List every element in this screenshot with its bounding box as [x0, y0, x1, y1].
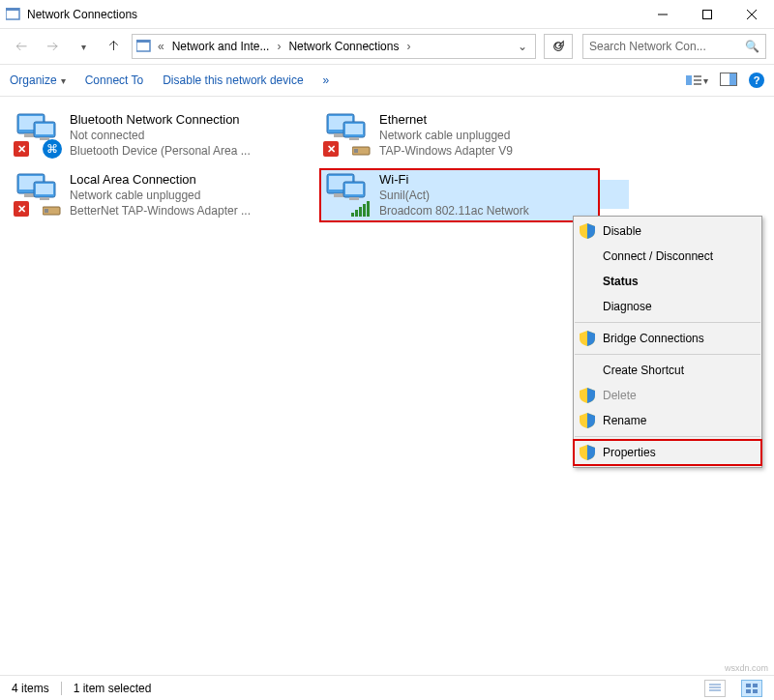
connection-name: Ethernet [379, 112, 513, 128]
selection-count: 1 item selected [74, 682, 152, 695]
connection-status: Network cable unplugged [70, 188, 251, 203]
ctx-delete: Delete [574, 383, 761, 408]
svg-rect-11 [703, 10, 712, 18]
refresh-icon [551, 40, 565, 53]
connection-device: BetterNet TAP-Windows Adapter ... [70, 203, 251, 219]
disconnected-icon: ✕ [14, 141, 29, 157]
connection-device: TAP-Windows Adapter V9 [379, 143, 513, 159]
connection-status: Network cable unplugged [379, 128, 513, 143]
title-bar: Network Connections [0, 0, 774, 29]
ctx-rename[interactable]: Rename [574, 408, 761, 433]
selection-extension [600, 180, 629, 209]
connection-icon [323, 172, 372, 219]
search-box[interactable]: Search Network Con... 🔍 [582, 34, 766, 59]
nic-icon [43, 203, 62, 217]
preview-pane-button[interactable] [720, 73, 737, 89]
maximize-button[interactable] [685, 0, 729, 29]
connection-item-bluetooth[interactable]: ✕ ⌘ Bluetooth Network Connection Not con… [10, 108, 310, 162]
connection-item-wifi[interactable]: Wi-Fi Sunil(Act) Broadcom 802.11ac Netwo… [319, 168, 600, 222]
ctx-diagnose[interactable]: Diagnose [574, 294, 761, 319]
tiles-view-button[interactable] [741, 680, 762, 697]
shield-icon [580, 388, 595, 403]
ctx-disable[interactable]: Disable [574, 219, 761, 244]
refresh-button[interactable] [544, 34, 573, 59]
connection-status: Sunil(Act) [379, 188, 529, 203]
nic-icon [352, 143, 372, 157]
context-menu: Disable Connect / Disconnect Status Diag… [573, 216, 762, 468]
svg-rect-17 [694, 83, 701, 85]
svg-rect-15 [694, 75, 701, 77]
svg-rect-14 [686, 75, 692, 85]
command-bar: Organize▾ Connect To Disable this networ… [0, 64, 774, 97]
bluetooth-icon: ⌘ [43, 139, 62, 159]
chevron-right-icon: « [156, 40, 166, 53]
connection-icon: ✕ ⌘ [14, 112, 62, 159]
window-title: Network Connections [27, 8, 640, 21]
disconnected-icon: ✕ [14, 201, 29, 217]
address-bar[interactable]: « Network and Inte... › Network Connecti… [132, 34, 536, 59]
ctx-create-shortcut[interactable]: Create Shortcut [574, 358, 761, 383]
disable-device-button[interactable]: Disable this network device [163, 73, 303, 87]
connection-icon: ✕ [323, 112, 372, 159]
connection-name: Local Area Connection [70, 172, 251, 188]
connection-item-lan[interactable]: ✕ Local Area Connection Network cable un… [10, 168, 310, 222]
ctx-status[interactable]: Status [574, 269, 761, 294]
connection-device: Bluetooth Device (Personal Area ... [70, 143, 251, 159]
location-icon [136, 40, 152, 53]
item-count: 4 items [12, 682, 49, 695]
ctx-connect-disconnect[interactable]: Connect / Disconnect [574, 244, 761, 269]
minimize-button[interactable] [640, 0, 685, 29]
menu-separator [575, 322, 760, 323]
svg-rect-23 [746, 684, 751, 687]
connection-device: Broadcom 802.11ac Network [379, 203, 529, 219]
svg-rect-19 [729, 73, 736, 85]
organize-menu[interactable]: Organize▾ [10, 73, 66, 87]
connect-to-button[interactable]: Connect To [85, 73, 144, 87]
connection-name: Wi-Fi [379, 172, 529, 188]
shield-icon [580, 331, 595, 346]
connection-icon: ✕ [14, 172, 62, 219]
disconnected-icon: ✕ [323, 141, 339, 157]
recent-dropdown[interactable]: ▾ [70, 33, 97, 60]
signal-icon [351, 201, 370, 217]
menu-separator [575, 436, 760, 437]
shield-icon [580, 223, 595, 239]
search-icon: 🔍 [745, 40, 759, 53]
watermark: wsxdn.com [725, 663, 768, 673]
address-dropdown[interactable]: ⌄ [514, 40, 531, 53]
breadcrumb-current[interactable]: Network Connections [286, 40, 401, 53]
separator [61, 682, 62, 695]
window-icon [0, 8, 27, 21]
svg-rect-26 [753, 689, 758, 693]
connection-status: Not connected [70, 128, 251, 143]
help-button[interactable]: ? [749, 73, 764, 88]
shield-icon [580, 413, 595, 428]
ctx-bridge[interactable]: Bridge Connections [574, 326, 761, 351]
breadcrumb-parent[interactable]: Network and Inte... [170, 40, 272, 53]
view-options-button[interactable]: ▾ [686, 73, 708, 87]
forward-button[interactable]: 🡢 [39, 33, 66, 60]
chevron-right-icon: › [404, 40, 412, 53]
connection-name: Bluetooth Network Connection [70, 112, 251, 128]
close-button[interactable] [729, 0, 774, 29]
svg-rect-24 [753, 684, 758, 687]
up-button[interactable]: 🡡 [101, 33, 128, 60]
chevron-right-icon: › [275, 40, 283, 53]
navigation-bar: 🡠 🡢 ▾ 🡡 « Network and Inte... › Network … [0, 29, 774, 64]
ctx-properties[interactable]: Properties [574, 440, 761, 465]
svg-rect-16 [694, 79, 701, 81]
svg-rect-25 [746, 689, 751, 693]
connection-item-ethernet[interactable]: ✕ Ethernet Network cable unplugged TAP-W… [319, 108, 600, 162]
shield-icon [580, 445, 595, 460]
status-bar: 4 items 1 item selected [0, 675, 774, 700]
search-placeholder: Search Network Con... [589, 40, 745, 53]
details-view-button[interactable] [704, 680, 726, 697]
overflow-button[interactable]: » [323, 73, 330, 87]
menu-separator [575, 354, 760, 355]
back-button[interactable]: 🡠 [8, 33, 35, 60]
